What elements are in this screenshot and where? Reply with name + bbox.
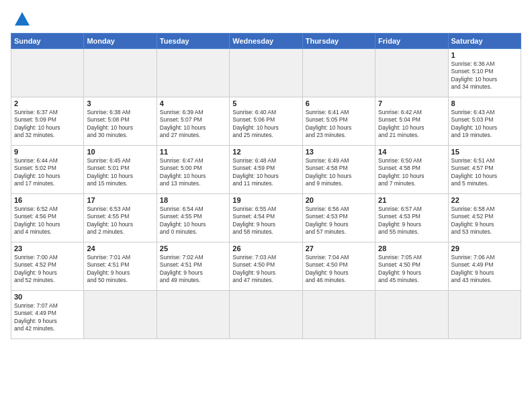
calendar-cell xyxy=(448,291,521,339)
calendar-cell xyxy=(302,291,375,339)
day-info: Sunrise: 6:40 AMSunset: 5:06 PMDaylight:… xyxy=(232,109,299,140)
calendar-cell: 30Sunrise: 7:07 AMSunset: 4:49 PMDayligh… xyxy=(11,291,84,339)
logo-triangle-icon xyxy=(15,11,30,26)
calendar-cell: 24Sunrise: 7:01 AMSunset: 4:51 PMDayligh… xyxy=(84,242,157,291)
day-info: Sunrise: 7:06 AMSunset: 4:49 PMDaylight:… xyxy=(451,254,518,285)
calendar-cell: 18Sunrise: 6:54 AMSunset: 4:55 PMDayligh… xyxy=(157,194,229,242)
calendar-cell: 3Sunrise: 6:38 AMSunset: 5:08 PMDaylight… xyxy=(84,97,157,146)
weekday-header-tuesday: Tuesday xyxy=(157,34,229,49)
day-number: 21 xyxy=(378,196,445,204)
day-info: Sunrise: 7:00 AMSunset: 4:52 PMDaylight:… xyxy=(14,254,81,285)
day-number: 9 xyxy=(14,148,81,156)
calendar-cell xyxy=(84,49,157,97)
calendar-cell: 8Sunrise: 6:43 AMSunset: 5:03 PMDaylight… xyxy=(448,97,521,146)
day-info: Sunrise: 6:36 AMSunset: 5:10 PMDaylight:… xyxy=(451,60,518,91)
day-number: 16 xyxy=(14,196,81,204)
calendar-cell: 2Sunrise: 6:37 AMSunset: 5:09 PMDaylight… xyxy=(11,97,84,146)
header xyxy=(11,11,521,26)
day-info: Sunrise: 6:48 AMSunset: 4:59 PMDaylight:… xyxy=(232,157,299,188)
calendar-cell: 28Sunrise: 7:05 AMSunset: 4:50 PMDayligh… xyxy=(375,242,448,291)
calendar-cell: 22Sunrise: 6:58 AMSunset: 4:52 PMDayligh… xyxy=(448,194,521,242)
calendar-cell: 21Sunrise: 6:57 AMSunset: 4:53 PMDayligh… xyxy=(375,194,448,242)
day-info: Sunrise: 6:58 AMSunset: 4:52 PMDaylight:… xyxy=(451,205,518,236)
calendar-cell: 17Sunrise: 6:53 AMSunset: 4:55 PMDayligh… xyxy=(84,194,157,242)
day-info: Sunrise: 6:42 AMSunset: 5:04 PMDaylight:… xyxy=(378,109,445,140)
day-number: 20 xyxy=(306,196,372,204)
day-info: Sunrise: 6:47 AMSunset: 5:00 PMDaylight:… xyxy=(160,157,226,188)
day-number: 7 xyxy=(378,99,445,107)
day-info: Sunrise: 6:57 AMSunset: 4:53 PMDaylight:… xyxy=(378,205,445,236)
day-number: 6 xyxy=(306,99,372,107)
calendar-cell: 14Sunrise: 6:50 AMSunset: 4:58 PMDayligh… xyxy=(375,146,448,194)
calendar-cell: 19Sunrise: 6:55 AMSunset: 4:54 PMDayligh… xyxy=(230,194,302,242)
logo xyxy=(11,11,30,26)
weekday-header-friday: Friday xyxy=(375,34,448,49)
calendar-cell: 1Sunrise: 6:36 AMSunset: 5:10 PMDaylight… xyxy=(448,49,521,97)
day-number: 5 xyxy=(232,99,299,107)
calendar-cell xyxy=(375,291,448,339)
day-number: 23 xyxy=(14,244,81,253)
day-number: 2 xyxy=(14,99,81,107)
day-info: Sunrise: 6:55 AMSunset: 4:54 PMDaylight:… xyxy=(232,205,299,236)
calendar-cell: 10Sunrise: 6:45 AMSunset: 5:01 PMDayligh… xyxy=(84,146,157,194)
day-info: Sunrise: 6:38 AMSunset: 5:08 PMDaylight:… xyxy=(87,109,153,140)
day-number: 12 xyxy=(232,148,299,156)
day-info: Sunrise: 6:45 AMSunset: 5:01 PMDaylight:… xyxy=(87,157,153,188)
calendar-cell: 27Sunrise: 7:04 AMSunset: 4:50 PMDayligh… xyxy=(302,242,375,291)
day-number: 4 xyxy=(160,99,226,107)
page: SundayMondayTuesdayWednesdayThursdayFrid… xyxy=(0,0,532,411)
day-number: 28 xyxy=(378,244,445,253)
day-number: 29 xyxy=(451,244,518,253)
week-row-4: 16Sunrise: 6:52 AMSunset: 4:56 PMDayligh… xyxy=(11,194,521,242)
day-number: 26 xyxy=(232,244,299,253)
day-number: 13 xyxy=(306,148,372,156)
calendar-cell xyxy=(11,49,84,97)
day-info: Sunrise: 6:44 AMSunset: 5:02 PMDaylight:… xyxy=(14,157,81,188)
day-number: 18 xyxy=(160,196,226,204)
day-number: 15 xyxy=(451,148,518,156)
day-number: 22 xyxy=(451,196,518,204)
calendar-cell: 23Sunrise: 7:00 AMSunset: 4:52 PMDayligh… xyxy=(11,242,84,291)
week-row-3: 9Sunrise: 6:44 AMSunset: 5:02 PMDaylight… xyxy=(11,146,521,194)
day-number: 17 xyxy=(87,196,153,204)
day-info: Sunrise: 6:51 AMSunset: 4:57 PMDaylight:… xyxy=(451,157,518,188)
calendar-cell xyxy=(230,291,302,339)
svg-marker-0 xyxy=(15,12,30,26)
week-row-6: 30Sunrise: 7:07 AMSunset: 4:49 PMDayligh… xyxy=(11,291,521,339)
day-number: 8 xyxy=(451,99,518,107)
day-info: Sunrise: 6:52 AMSunset: 4:56 PMDaylight:… xyxy=(14,205,81,236)
day-info: Sunrise: 6:43 AMSunset: 5:03 PMDaylight:… xyxy=(451,109,518,140)
calendar-cell xyxy=(84,291,157,339)
day-number: 24 xyxy=(87,244,153,253)
calendar-cell: 12Sunrise: 6:48 AMSunset: 4:59 PMDayligh… xyxy=(230,146,302,194)
day-info: Sunrise: 7:07 AMSunset: 4:49 PMDaylight:… xyxy=(14,302,81,333)
calendar-cell xyxy=(157,49,229,97)
day-info: Sunrise: 7:04 AMSunset: 4:50 PMDaylight:… xyxy=(306,254,372,285)
day-number: 11 xyxy=(160,148,226,156)
calendar-cell: 25Sunrise: 7:02 AMSunset: 4:51 PMDayligh… xyxy=(157,242,229,291)
calendar-cell: 20Sunrise: 6:56 AMSunset: 4:53 PMDayligh… xyxy=(302,194,375,242)
day-info: Sunrise: 7:05 AMSunset: 4:50 PMDaylight:… xyxy=(378,254,445,285)
week-row-1: 1Sunrise: 6:36 AMSunset: 5:10 PMDaylight… xyxy=(11,49,521,97)
calendar-cell: 6Sunrise: 6:41 AMSunset: 5:05 PMDaylight… xyxy=(302,97,375,146)
calendar-cell: 15Sunrise: 6:51 AMSunset: 4:57 PMDayligh… xyxy=(448,146,521,194)
day-info: Sunrise: 6:54 AMSunset: 4:55 PMDaylight:… xyxy=(160,205,226,236)
calendar-cell xyxy=(302,49,375,97)
day-info: Sunrise: 6:56 AMSunset: 4:53 PMDaylight:… xyxy=(306,205,372,236)
week-row-2: 2Sunrise: 6:37 AMSunset: 5:09 PMDaylight… xyxy=(11,97,521,146)
calendar-cell xyxy=(157,291,229,339)
calendar-cell: 5Sunrise: 6:40 AMSunset: 5:06 PMDaylight… xyxy=(230,97,302,146)
day-info: Sunrise: 6:37 AMSunset: 5:09 PMDaylight:… xyxy=(14,109,81,140)
calendar-cell: 29Sunrise: 7:06 AMSunset: 4:49 PMDayligh… xyxy=(448,242,521,291)
calendar-cell xyxy=(230,49,302,97)
day-info: Sunrise: 7:03 AMSunset: 4:50 PMDaylight:… xyxy=(232,254,299,285)
day-number: 19 xyxy=(232,196,299,204)
weekday-header-saturday: Saturday xyxy=(448,34,521,49)
day-number: 14 xyxy=(378,148,445,156)
week-row-5: 23Sunrise: 7:00 AMSunset: 4:52 PMDayligh… xyxy=(11,242,521,291)
day-number: 3 xyxy=(87,99,153,107)
calendar-cell: 9Sunrise: 6:44 AMSunset: 5:02 PMDaylight… xyxy=(11,146,84,194)
calendar-cell: 26Sunrise: 7:03 AMSunset: 4:50 PMDayligh… xyxy=(230,242,302,291)
day-number: 27 xyxy=(306,244,372,253)
day-number: 25 xyxy=(160,244,226,253)
